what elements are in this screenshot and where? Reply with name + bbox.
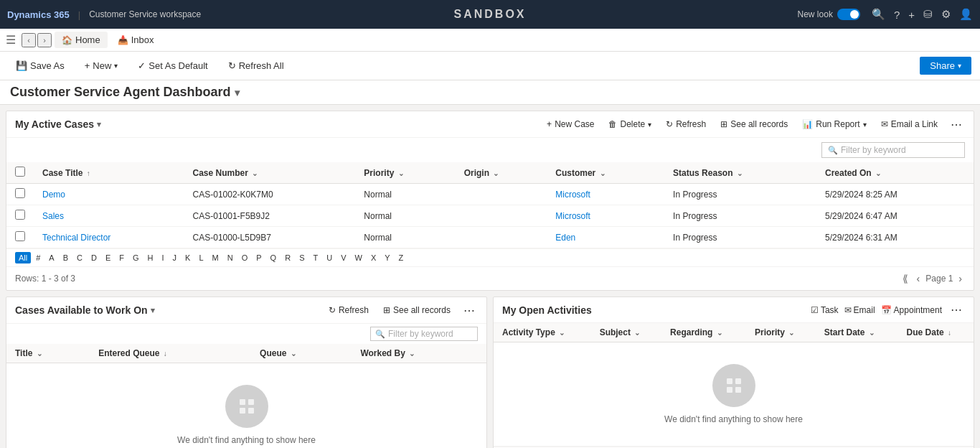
customer-header[interactable]: Customer ⌄ — [547, 162, 664, 184]
alpha-nav-item[interactable]: P — [253, 252, 265, 263]
new-case-button[interactable]: + New Case — [542, 117, 598, 131]
case-title-link[interactable]: Demo — [42, 190, 65, 200]
row-checkbox[interactable] — [15, 231, 25, 241]
case-number-header[interactable]: Case Number ⌄ — [184, 162, 356, 184]
start-date-header[interactable]: Start Date ⌄ — [816, 323, 898, 342]
more-actions-button[interactable]: ⋯ — [948, 118, 965, 131]
alpha-nav-item[interactable]: T — [309, 252, 321, 263]
alpha-nav-item[interactable]: S — [296, 252, 308, 263]
set-as-default-button[interactable]: ✓ Set As Default — [131, 57, 215, 74]
alpha-nav-item[interactable]: G — [129, 252, 143, 263]
avail-entered-header[interactable]: Entered Queue ↓ — [90, 344, 251, 363]
row-checkbox[interactable] — [15, 210, 25, 220]
avail-queue-header[interactable]: Queue ⌄ — [251, 344, 352, 363]
regarding-header[interactable]: Regarding ⌄ — [661, 323, 746, 342]
alpha-nav-item[interactable]: V — [337, 252, 349, 263]
cases-filter-input[interactable]: 🔍 Filter by keyword — [821, 142, 965, 158]
activities-more[interactable]: ⋯ — [948, 303, 965, 317]
table-row: Sales CAS-01001-F5B9J2 Normal Microsoft … — [6, 205, 974, 227]
search-icon[interactable]: 🔍 — [872, 8, 885, 21]
cases-prev-page[interactable]: ‹ — [914, 271, 923, 286]
alpha-nav-item[interactable]: O — [238, 252, 252, 263]
top-bar-right: New look 🔍 ? + ⛁ ⚙ 👤 — [798, 8, 973, 21]
cases-available-label: Cases Available to Work On — [15, 304, 148, 316]
toggle-switch[interactable] — [837, 9, 860, 20]
user-icon[interactable]: 👤 — [959, 8, 973, 21]
alpha-nav-item[interactable]: U — [323, 252, 336, 263]
filter-icon[interactable]: ⛁ — [923, 8, 933, 21]
help-icon[interactable]: ? — [894, 9, 900, 21]
alpha-nav-item[interactable]: Y — [381, 252, 393, 263]
alpha-nav-item[interactable]: I — [159, 252, 168, 263]
run-report-button[interactable]: 📊 Run Report ▾ — [798, 117, 870, 131]
alpha-nav-item[interactable]: Q — [267, 252, 281, 263]
cases-available-refresh[interactable]: ↻ Refresh — [324, 303, 373, 317]
cases-available-more[interactable]: ⋯ — [461, 304, 478, 317]
settings-icon[interactable]: ⚙ — [941, 8, 951, 21]
alpha-nav-item[interactable]: J — [169, 252, 181, 263]
act-priority-header[interactable]: Priority ⌄ — [746, 323, 816, 342]
see-all-records-button[interactable]: ⊞ See all records — [716, 117, 792, 131]
nav-back[interactable]: ‹ — [22, 33, 36, 47]
page-title-chevron[interactable]: ▾ — [235, 87, 240, 98]
alpha-nav-item[interactable]: M — [209, 252, 222, 263]
alpha-nav-item[interactable]: W — [352, 252, 366, 263]
alpha-nav-item[interactable]: E — [102, 252, 114, 263]
title-chevron-icon[interactable]: ▾ — [97, 120, 101, 129]
email-button[interactable]: ✉ Email — [844, 305, 875, 315]
alpha-nav-item[interactable]: R — [281, 252, 294, 263]
alpha-nav-item[interactable]: F — [116, 252, 128, 263]
nav-forward[interactable]: › — [37, 33, 52, 47]
avail-title-header[interactable]: Title ⌄ — [6, 344, 90, 363]
alpha-nav-item[interactable]: Z — [395, 252, 407, 263]
home-tab[interactable]: 🏠 Home — [55, 32, 108, 48]
alpha-nav-item[interactable]: C — [73, 252, 86, 263]
customer-link[interactable]: Eden — [555, 233, 575, 243]
due-date-header[interactable]: Due Date ↓ — [898, 323, 974, 342]
alpha-nav-item[interactable]: K — [182, 252, 194, 263]
alpha-nav-item[interactable]: All — [15, 252, 31, 263]
subject-header[interactable]: Subject ⌄ — [591, 323, 661, 342]
new-look-toggle[interactable]: New look — [798, 9, 860, 20]
alpha-nav-item[interactable]: B — [60, 252, 72, 263]
select-all-checkbox[interactable] — [15, 167, 25, 177]
customer-link[interactable]: Microsoft — [555, 211, 590, 221]
alpha-nav-item[interactable]: X — [367, 252, 380, 263]
hamburger-icon[interactable]: ☰ — [6, 33, 16, 47]
alpha-nav-item[interactable]: L — [195, 252, 207, 263]
new-button[interactable]: + New ▾ — [77, 57, 126, 74]
share-button[interactable]: Share ▾ — [920, 57, 971, 75]
cases-next-page[interactable]: › — [956, 271, 965, 286]
cases-first-page[interactable]: ⟪ — [900, 271, 911, 286]
created-on-header[interactable]: Created On ⌄ — [816, 162, 974, 184]
alpha-nav-item[interactable]: H — [144, 252, 157, 263]
refresh-all-button[interactable]: ↻ Refresh All — [221, 57, 291, 74]
case-title-link[interactable]: Sales — [42, 211, 64, 221]
run-report-chevron-icon: ▾ — [863, 121, 867, 129]
delete-button[interactable]: 🗑 Delete ▾ — [604, 117, 656, 131]
case-title-header[interactable]: Case Title ↑ — [34, 162, 184, 184]
inbox-tab[interactable]: 📥 Inbox — [110, 32, 161, 48]
row-checkbox[interactable] — [15, 188, 25, 198]
alpha-nav-item[interactable]: N — [224, 252, 237, 263]
cases-available-see-all[interactable]: ⊞ See all records — [379, 303, 455, 317]
priority-header[interactable]: Priority ⌄ — [355, 162, 455, 184]
case-title-link[interactable]: Technical Director — [42, 233, 110, 243]
origin-header[interactable]: Origin ⌄ — [456, 162, 547, 184]
add-icon[interactable]: + — [908, 9, 915, 21]
email-link-button[interactable]: ✉ Email a Link — [877, 117, 942, 131]
cases-available-chevron[interactable]: ▾ — [151, 306, 155, 315]
appointment-button[interactable]: 📅 Appointment — [881, 305, 942, 315]
alpha-nav-item[interactable]: # — [32, 252, 44, 263]
status-reason-header[interactable]: Status Reason ⌄ — [664, 162, 816, 184]
cases-avail-filter[interactable]: 🔍 Filter by keyword — [370, 327, 478, 341]
alpha-nav-item[interactable]: D — [88, 252, 100, 263]
select-all-header[interactable] — [6, 162, 34, 184]
customer-link[interactable]: Microsoft — [555, 190, 590, 200]
refresh-button[interactable]: ↻ Refresh — [661, 117, 710, 131]
alpha-nav-item[interactable]: A — [45, 252, 57, 263]
save-as-button[interactable]: 💾 Save As — [9, 57, 72, 74]
task-button[interactable]: ☑ Task — [811, 305, 839, 315]
avail-worked-header[interactable]: Worked By ⌄ — [352, 344, 486, 363]
activity-type-header[interactable]: Activity Type ⌄ — [494, 323, 591, 342]
